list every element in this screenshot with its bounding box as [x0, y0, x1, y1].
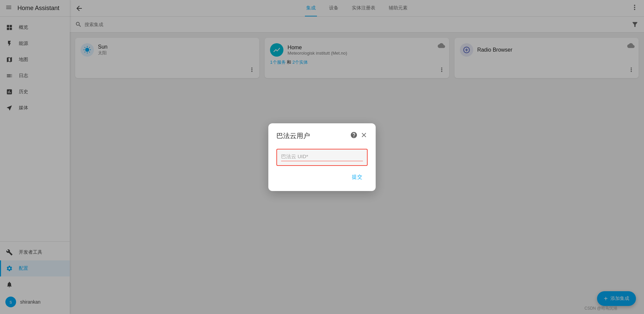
dialog-header-actions [350, 131, 368, 141]
dialog-footer: 提交 [276, 171, 368, 183]
dialog-submit-button[interactable]: 提交 [346, 171, 368, 183]
dialog-uid-field [276, 149, 368, 166]
dialog: 巴法云用户 提交 [268, 123, 376, 191]
dialog-close-button[interactable] [360, 131, 368, 141]
dialog-input-underline [281, 161, 363, 161]
dialog-input-wrapper [276, 149, 368, 166]
dialog-help-button[interactable] [350, 131, 358, 140]
dialog-uid-input[interactable] [281, 153, 363, 159]
dialog-title: 巴法云用户 [276, 131, 310, 140]
dialog-overlay[interactable]: 巴法云用户 提交 [0, 0, 644, 314]
dialog-header: 巴法云用户 [276, 131, 368, 141]
